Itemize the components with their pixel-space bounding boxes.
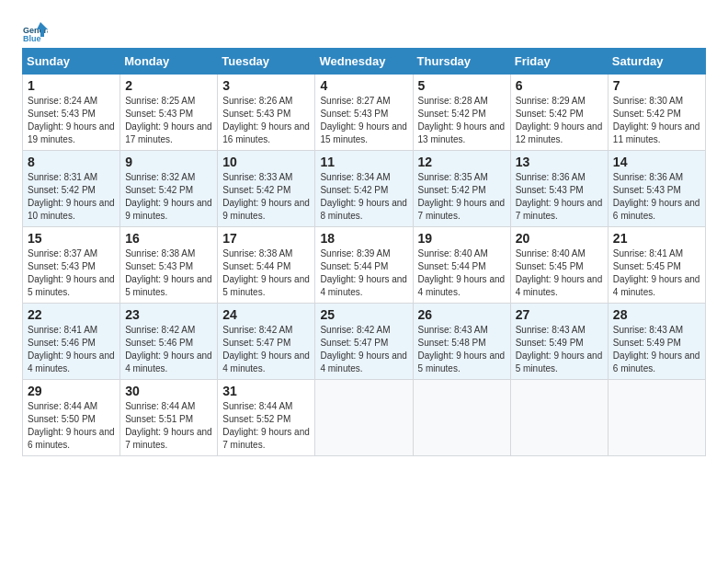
calendar-cell: 13Sunrise: 8:36 AMSunset: 5:43 PMDayligh… bbox=[510, 151, 608, 227]
calendar-cell: 8Sunrise: 8:31 AMSunset: 5:42 PMDaylight… bbox=[23, 151, 120, 227]
day-number: 4 bbox=[320, 78, 407, 93]
calendar-table: SundayMondayTuesdayWednesdayThursdayFrid… bbox=[22, 48, 706, 456]
day-number: 6 bbox=[516, 78, 603, 93]
day-number: 31 bbox=[222, 384, 310, 398]
day-number: 27 bbox=[516, 307, 603, 322]
calendar-week-row: 8Sunrise: 8:31 AMSunset: 5:42 PMDaylight… bbox=[23, 151, 706, 227]
day-info: Sunrise: 8:29 AMSunset: 5:42 PMDaylight:… bbox=[516, 95, 603, 146]
calendar-cell: 17Sunrise: 8:38 AMSunset: 5:44 PMDayligh… bbox=[218, 227, 315, 304]
day-number: 19 bbox=[418, 231, 506, 246]
day-number: 28 bbox=[613, 307, 700, 322]
day-info: Sunrise: 8:42 AMSunset: 5:47 PMDaylight:… bbox=[222, 324, 310, 375]
calendar-cell: 22Sunrise: 8:41 AMSunset: 5:46 PMDayligh… bbox=[23, 304, 120, 380]
calendar-cell: 20Sunrise: 8:40 AMSunset: 5:45 PMDayligh… bbox=[510, 227, 608, 304]
calendar-cell: 24Sunrise: 8:42 AMSunset: 5:47 PMDayligh… bbox=[218, 304, 315, 380]
calendar-cell bbox=[315, 380, 413, 456]
day-info: Sunrise: 8:36 AMSunset: 5:43 PMDaylight:… bbox=[516, 171, 603, 223]
day-info: Sunrise: 8:44 AMSunset: 5:50 PMDaylight:… bbox=[28, 400, 115, 452]
weekday-header-monday: Monday bbox=[120, 49, 218, 75]
weekday-header-wednesday: Wednesday bbox=[315, 49, 413, 75]
calendar-cell: 2Sunrise: 8:25 AMSunset: 5:43 PMDaylight… bbox=[120, 75, 218, 151]
day-number: 17 bbox=[222, 231, 310, 246]
weekday-header-saturday: Saturday bbox=[608, 49, 705, 75]
calendar-cell bbox=[413, 380, 510, 456]
calendar-week-row: 29Sunrise: 8:44 AMSunset: 5:50 PMDayligh… bbox=[23, 380, 706, 456]
day-number: 9 bbox=[125, 155, 212, 169]
day-number: 23 bbox=[125, 307, 212, 322]
day-info: Sunrise: 8:36 AMSunset: 5:43 PMDaylight:… bbox=[613, 171, 700, 223]
day-info: Sunrise: 8:39 AMSunset: 5:44 PMDaylight:… bbox=[320, 247, 407, 299]
calendar-cell: 18Sunrise: 8:39 AMSunset: 5:44 PMDayligh… bbox=[315, 227, 413, 304]
day-info: Sunrise: 8:40 AMSunset: 5:45 PMDaylight:… bbox=[516, 247, 603, 299]
calendar-cell: 4Sunrise: 8:27 AMSunset: 5:43 PMDaylight… bbox=[315, 75, 413, 151]
day-info: Sunrise: 8:44 AMSunset: 5:51 PMDaylight:… bbox=[125, 400, 212, 452]
day-number: 3 bbox=[222, 78, 310, 93]
day-number: 13 bbox=[516, 155, 603, 169]
calendar-cell: 30Sunrise: 8:44 AMSunset: 5:51 PMDayligh… bbox=[120, 380, 218, 456]
day-number: 22 bbox=[28, 307, 115, 322]
day-number: 12 bbox=[418, 155, 506, 169]
day-info: Sunrise: 8:25 AMSunset: 5:43 PMDaylight:… bbox=[125, 95, 212, 146]
day-info: Sunrise: 8:41 AMSunset: 5:45 PMDaylight:… bbox=[613, 247, 700, 299]
day-number: 26 bbox=[418, 307, 506, 322]
day-info: Sunrise: 8:42 AMSunset: 5:47 PMDaylight:… bbox=[320, 324, 407, 375]
day-info: Sunrise: 8:42 AMSunset: 5:46 PMDaylight:… bbox=[125, 324, 212, 375]
day-info: Sunrise: 8:34 AMSunset: 5:42 PMDaylight:… bbox=[320, 171, 407, 223]
calendar-cell: 27Sunrise: 8:43 AMSunset: 5:49 PMDayligh… bbox=[510, 304, 608, 380]
calendar-cell: 21Sunrise: 8:41 AMSunset: 5:45 PMDayligh… bbox=[608, 227, 705, 304]
day-number: 16 bbox=[125, 231, 212, 246]
day-info: Sunrise: 8:41 AMSunset: 5:46 PMDaylight:… bbox=[28, 324, 115, 375]
day-info: Sunrise: 8:44 AMSunset: 5:52 PMDaylight:… bbox=[222, 400, 310, 452]
day-info: Sunrise: 8:37 AMSunset: 5:43 PMDaylight:… bbox=[28, 247, 115, 299]
day-info: Sunrise: 8:26 AMSunset: 5:43 PMDaylight:… bbox=[222, 95, 310, 146]
page-header: General Blue bbox=[22, 18, 706, 44]
day-info: Sunrise: 8:24 AMSunset: 5:43 PMDaylight:… bbox=[28, 95, 115, 146]
calendar-cell: 26Sunrise: 8:43 AMSunset: 5:48 PMDayligh… bbox=[413, 304, 510, 380]
day-number: 30 bbox=[125, 384, 212, 398]
day-info: Sunrise: 8:30 AMSunset: 5:42 PMDaylight:… bbox=[613, 95, 700, 146]
calendar-cell: 23Sunrise: 8:42 AMSunset: 5:46 PMDayligh… bbox=[120, 304, 218, 380]
calendar-cell: 3Sunrise: 8:26 AMSunset: 5:43 PMDaylight… bbox=[218, 75, 315, 151]
calendar-cell: 10Sunrise: 8:33 AMSunset: 5:42 PMDayligh… bbox=[218, 151, 315, 227]
day-info: Sunrise: 8:40 AMSunset: 5:44 PMDaylight:… bbox=[418, 247, 506, 299]
calendar-week-row: 22Sunrise: 8:41 AMSunset: 5:46 PMDayligh… bbox=[23, 304, 706, 380]
day-number: 24 bbox=[222, 307, 310, 322]
svg-text:Blue: Blue bbox=[23, 34, 41, 43]
day-number: 5 bbox=[418, 78, 506, 93]
calendar-cell: 14Sunrise: 8:36 AMSunset: 5:43 PMDayligh… bbox=[608, 151, 705, 227]
day-info: Sunrise: 8:35 AMSunset: 5:42 PMDaylight:… bbox=[418, 171, 506, 223]
day-info: Sunrise: 8:38 AMSunset: 5:44 PMDaylight:… bbox=[222, 247, 310, 299]
day-info: Sunrise: 8:38 AMSunset: 5:43 PMDaylight:… bbox=[125, 247, 212, 299]
day-info: Sunrise: 8:31 AMSunset: 5:42 PMDaylight:… bbox=[28, 171, 115, 223]
day-info: Sunrise: 8:33 AMSunset: 5:42 PMDaylight:… bbox=[222, 171, 310, 223]
day-number: 18 bbox=[320, 231, 407, 246]
weekday-header-row: SundayMondayTuesdayWednesdayThursdayFrid… bbox=[23, 49, 706, 75]
day-number: 8 bbox=[28, 155, 115, 169]
day-info: Sunrise: 8:43 AMSunset: 5:48 PMDaylight:… bbox=[418, 324, 506, 375]
calendar-week-row: 15Sunrise: 8:37 AMSunset: 5:43 PMDayligh… bbox=[23, 227, 706, 304]
day-number: 7 bbox=[613, 78, 700, 93]
day-number: 14 bbox=[613, 155, 700, 169]
day-number: 1 bbox=[28, 78, 115, 93]
day-number: 15 bbox=[28, 231, 115, 246]
day-number: 21 bbox=[613, 231, 700, 246]
day-info: Sunrise: 8:43 AMSunset: 5:49 PMDaylight:… bbox=[613, 324, 700, 375]
day-info: Sunrise: 8:27 AMSunset: 5:43 PMDaylight:… bbox=[320, 95, 407, 146]
calendar-cell: 28Sunrise: 8:43 AMSunset: 5:49 PMDayligh… bbox=[608, 304, 705, 380]
calendar-cell: 16Sunrise: 8:38 AMSunset: 5:43 PMDayligh… bbox=[120, 227, 218, 304]
day-info: Sunrise: 8:32 AMSunset: 5:42 PMDaylight:… bbox=[125, 171, 212, 223]
day-number: 11 bbox=[320, 155, 407, 169]
calendar-cell: 15Sunrise: 8:37 AMSunset: 5:43 PMDayligh… bbox=[23, 227, 120, 304]
logo-icon: General Blue bbox=[22, 18, 48, 44]
day-number: 2 bbox=[125, 78, 212, 93]
calendar-cell: 11Sunrise: 8:34 AMSunset: 5:42 PMDayligh… bbox=[315, 151, 413, 227]
day-number: 20 bbox=[516, 231, 603, 246]
day-number: 29 bbox=[28, 384, 115, 398]
calendar-cell: 19Sunrise: 8:40 AMSunset: 5:44 PMDayligh… bbox=[413, 227, 510, 304]
calendar-cell bbox=[510, 380, 608, 456]
calendar-cell: 6Sunrise: 8:29 AMSunset: 5:42 PMDaylight… bbox=[510, 75, 608, 151]
day-info: Sunrise: 8:43 AMSunset: 5:49 PMDaylight:… bbox=[516, 324, 603, 375]
calendar-cell: 25Sunrise: 8:42 AMSunset: 5:47 PMDayligh… bbox=[315, 304, 413, 380]
day-number: 10 bbox=[222, 155, 310, 169]
logo: General Blue bbox=[22, 18, 50, 44]
